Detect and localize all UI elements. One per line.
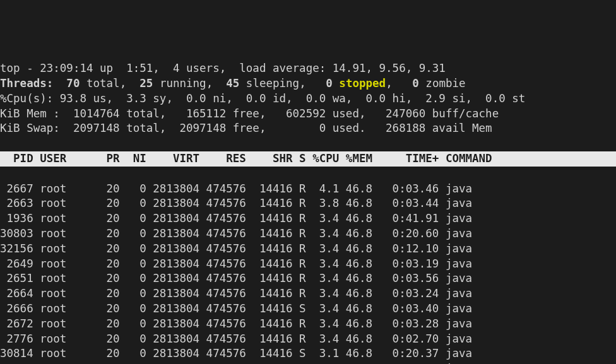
threads-zombie-value: 0	[412, 77, 425, 90]
summary-swap-line: KiB Swap: 2097148 total, 2097148 free, 0…	[0, 122, 499, 134]
summary-cpu-line: %Cpu(s): 93.8 us, 3.3 sy, 0.0 ni, 0.0 id…	[0, 92, 525, 105]
threads-sep: ,	[386, 77, 412, 90]
summary-threads-label: Threads:	[0, 77, 66, 90]
threads-total-label: total,	[86, 77, 139, 90]
process-row[interactable]: 2666 root 20 0 2813804 474576 14416 S 3.…	[0, 302, 472, 315]
threads-total-value: 70	[66, 77, 86, 90]
threads-sleeping-label: sleeping,	[246, 77, 326, 90]
threads-zombie-label: zombie	[425, 77, 465, 90]
threads-running-value: 25	[139, 77, 160, 90]
threads-stopped-value: 0	[326, 77, 339, 90]
process-row[interactable]: 2667 root 20 0 2813804 474576 14416 R 4.…	[0, 182, 472, 195]
process-row[interactable]: 1936 root 20 0 2813804 474576 14416 R 3.…	[0, 212, 472, 225]
summary-uptime-line: top - 23:09:14 up 1:51, 4 users, load av…	[0, 62, 446, 74]
threads-stopped-label: stopped	[339, 77, 386, 90]
process-row[interactable]: 2663 root 20 0 2813804 474576 14416 R 3.…	[0, 197, 472, 209]
threads-sleeping-value: 45	[226, 77, 246, 90]
process-row[interactable]: 2649 root 20 0 2813804 474576 14416 R 3.…	[0, 257, 472, 270]
process-row[interactable]: 2664 root 20 0 2813804 474576 14416 R 3.…	[0, 287, 472, 300]
terminal-top-output: top - 23:09:14 up 1:51, 4 users, load av…	[0, 60, 616, 364]
summary-mem-line: KiB Mem : 1014764 total, 165112 free, 60…	[0, 107, 499, 120]
process-header[interactable]: PID USER PR NI VIRT RES SHR S %CPU %MEM …	[0, 151, 616, 167]
process-row[interactable]: 30814 root 20 0 2813804 474576 14416 S 3…	[0, 347, 472, 360]
process-row[interactable]: 30803 root 20 0 2813804 474576 14416 R 3…	[0, 227, 472, 240]
process-row[interactable]: 2651 root 20 0 2813804 474576 14416 R 3.…	[0, 272, 472, 285]
threads-running-label: running,	[160, 77, 226, 90]
process-row[interactable]: 2776 root 20 0 2813804 474576 14416 R 3.…	[0, 332, 472, 345]
process-row[interactable]: 32156 root 20 0 2813804 474576 14416 R 3…	[0, 242, 472, 255]
process-row[interactable]: 2672 root 20 0 2813804 474576 14416 R 3.…	[0, 317, 472, 330]
